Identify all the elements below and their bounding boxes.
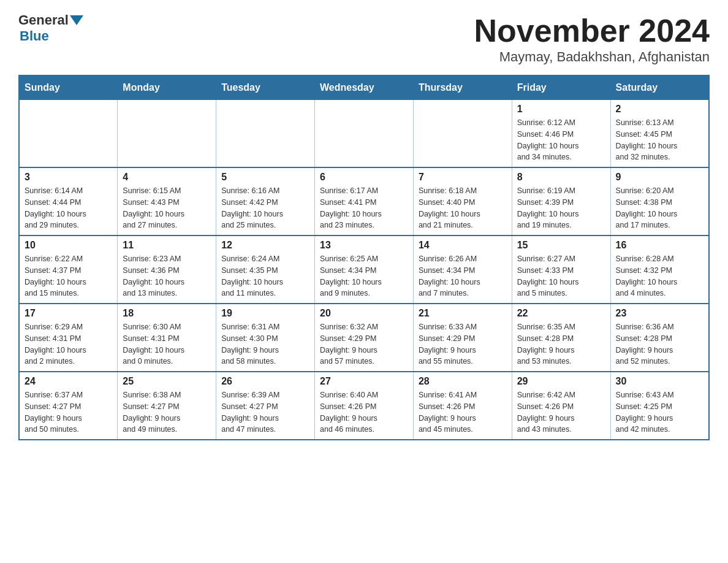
calendar-cell: 26Sunrise: 6:39 AM Sunset: 4:27 PM Dayli… [216,372,315,440]
day-info: Sunrise: 6:36 AM Sunset: 4:28 PM Dayligh… [616,321,703,367]
calendar-cell: 5Sunrise: 6:16 AM Sunset: 4:42 PM Daylig… [216,167,315,236]
calendar-week-3: 10Sunrise: 6:22 AM Sunset: 4:37 PM Dayli… [19,236,709,304]
logo-arrow-icon [70,15,83,25]
col-sunday: Sunday [19,75,118,100]
calendar-cell: 11Sunrise: 6:23 AM Sunset: 4:36 PM Dayli… [118,236,216,304]
day-info: Sunrise: 6:28 AM Sunset: 4:32 PM Dayligh… [616,253,703,299]
calendar-cell: 18Sunrise: 6:30 AM Sunset: 4:31 PM Dayli… [118,304,216,372]
day-info: Sunrise: 6:32 AM Sunset: 4:29 PM Dayligh… [320,321,408,367]
day-number: 6 [320,172,408,183]
day-info: Sunrise: 6:12 AM Sunset: 4:46 PM Dayligh… [517,117,605,163]
calendar-cell: 12Sunrise: 6:24 AM Sunset: 4:35 PM Dayli… [216,236,315,304]
day-number: 10 [25,240,112,251]
calendar-cell: 13Sunrise: 6:25 AM Sunset: 4:34 PM Dayli… [315,236,414,304]
day-number: 7 [419,172,507,183]
calendar-header-row: Sunday Monday Tuesday Wednesday Thursday… [19,75,709,100]
calendar-cell: 10Sunrise: 6:22 AM Sunset: 4:37 PM Dayli… [19,236,118,304]
day-number: 19 [221,308,309,319]
page-header: General Blue November 2024 Maymay, Badak… [18,12,710,65]
title-block: November 2024 Maymay, Badakhshan, Afghan… [474,12,710,65]
day-number: 23 [616,308,703,319]
col-tuesday: Tuesday [216,75,315,100]
day-number: 26 [221,376,309,387]
calendar-cell: 20Sunrise: 6:32 AM Sunset: 4:29 PM Dayli… [315,304,414,372]
day-number: 17 [25,308,112,319]
day-info: Sunrise: 6:35 AM Sunset: 4:28 PM Dayligh… [517,321,605,367]
calendar-cell [216,100,315,168]
day-number: 13 [320,240,408,251]
calendar-cell: 24Sunrise: 6:37 AM Sunset: 4:27 PM Dayli… [19,372,118,440]
calendar-cell: 17Sunrise: 6:29 AM Sunset: 4:31 PM Dayli… [19,304,118,372]
calendar-cell: 19Sunrise: 6:31 AM Sunset: 4:30 PM Dayli… [216,304,315,372]
calendar-cell: 9Sunrise: 6:20 AM Sunset: 4:38 PM Daylig… [610,167,709,236]
day-info: Sunrise: 6:27 AM Sunset: 4:33 PM Dayligh… [517,253,605,299]
svg-marker-0 [70,15,83,25]
calendar-cell: 8Sunrise: 6:19 AM Sunset: 4:39 PM Daylig… [512,167,610,236]
calendar-week-4: 17Sunrise: 6:29 AM Sunset: 4:31 PM Dayli… [19,304,709,372]
day-info: Sunrise: 6:30 AM Sunset: 4:31 PM Dayligh… [123,321,211,367]
calendar-week-2: 3Sunrise: 6:14 AM Sunset: 4:44 PM Daylig… [19,167,709,236]
col-monday: Monday [118,75,216,100]
day-number: 20 [320,308,408,319]
day-info: Sunrise: 6:41 AM Sunset: 4:26 PM Dayligh… [419,389,507,435]
day-info: Sunrise: 6:24 AM Sunset: 4:35 PM Dayligh… [221,253,309,299]
calendar-cell: 2Sunrise: 6:13 AM Sunset: 4:45 PM Daylig… [610,100,709,168]
calendar-cell: 25Sunrise: 6:38 AM Sunset: 4:27 PM Dayli… [118,372,216,440]
calendar-cell: 4Sunrise: 6:15 AM Sunset: 4:43 PM Daylig… [118,167,216,236]
calendar-cell: 21Sunrise: 6:33 AM Sunset: 4:29 PM Dayli… [413,304,512,372]
day-number: 14 [419,240,507,251]
calendar-cell: 30Sunrise: 6:43 AM Sunset: 4:25 PM Dayli… [610,372,709,440]
calendar-cell [413,100,512,168]
day-info: Sunrise: 6:39 AM Sunset: 4:27 PM Dayligh… [221,389,309,435]
day-info: Sunrise: 6:29 AM Sunset: 4:31 PM Dayligh… [25,321,112,367]
day-info: Sunrise: 6:43 AM Sunset: 4:25 PM Dayligh… [616,389,703,435]
day-info: Sunrise: 6:15 AM Sunset: 4:43 PM Dayligh… [123,185,211,231]
day-info: Sunrise: 6:42 AM Sunset: 4:26 PM Dayligh… [517,389,605,435]
day-info: Sunrise: 6:22 AM Sunset: 4:37 PM Dayligh… [25,253,112,299]
day-info: Sunrise: 6:13 AM Sunset: 4:45 PM Dayligh… [616,117,703,163]
calendar-week-5: 24Sunrise: 6:37 AM Sunset: 4:27 PM Dayli… [19,372,709,440]
calendar-cell [118,100,216,168]
day-info: Sunrise: 6:23 AM Sunset: 4:36 PM Dayligh… [123,253,211,299]
day-info: Sunrise: 6:20 AM Sunset: 4:38 PM Dayligh… [616,185,703,231]
calendar-week-1: 1Sunrise: 6:12 AM Sunset: 4:46 PM Daylig… [19,100,709,168]
day-info: Sunrise: 6:19 AM Sunset: 4:39 PM Dayligh… [517,185,605,231]
day-number: 11 [123,240,211,251]
day-number: 15 [517,240,605,251]
day-info: Sunrise: 6:33 AM Sunset: 4:29 PM Dayligh… [419,321,507,367]
day-info: Sunrise: 6:17 AM Sunset: 4:41 PM Dayligh… [320,185,408,231]
calendar-cell: 27Sunrise: 6:40 AM Sunset: 4:26 PM Dayli… [315,372,414,440]
calendar-cell: 15Sunrise: 6:27 AM Sunset: 4:33 PM Dayli… [512,236,610,304]
day-info: Sunrise: 6:16 AM Sunset: 4:42 PM Dayligh… [221,185,309,231]
day-info: Sunrise: 6:18 AM Sunset: 4:40 PM Dayligh… [419,185,507,231]
calendar-cell [19,100,118,168]
calendar-cell: 14Sunrise: 6:26 AM Sunset: 4:34 PM Dayli… [413,236,512,304]
day-number: 29 [517,376,605,387]
calendar-cell: 28Sunrise: 6:41 AM Sunset: 4:26 PM Dayli… [413,372,512,440]
day-number: 2 [616,104,703,115]
page-title: November 2024 [474,12,710,49]
day-number: 25 [123,376,211,387]
logo: General Blue [18,12,83,44]
col-wednesday: Wednesday [315,75,414,100]
calendar-cell: 16Sunrise: 6:28 AM Sunset: 4:32 PM Dayli… [610,236,709,304]
day-number: 22 [517,308,605,319]
day-info: Sunrise: 6:40 AM Sunset: 4:26 PM Dayligh… [320,389,408,435]
day-info: Sunrise: 6:14 AM Sunset: 4:44 PM Dayligh… [25,185,112,231]
calendar-cell: 6Sunrise: 6:17 AM Sunset: 4:41 PM Daylig… [315,167,414,236]
day-number: 12 [221,240,309,251]
day-number: 16 [616,240,703,251]
day-number: 4 [123,172,211,183]
day-info: Sunrise: 6:31 AM Sunset: 4:30 PM Dayligh… [221,321,309,367]
calendar-cell: 3Sunrise: 6:14 AM Sunset: 4:44 PM Daylig… [19,167,118,236]
calendar-cell: 1Sunrise: 6:12 AM Sunset: 4:46 PM Daylig… [512,100,610,168]
col-friday: Friday [512,75,610,100]
day-info: Sunrise: 6:26 AM Sunset: 4:34 PM Dayligh… [419,253,507,299]
day-info: Sunrise: 6:38 AM Sunset: 4:27 PM Dayligh… [123,389,211,435]
col-saturday: Saturday [610,75,709,100]
day-number: 8 [517,172,605,183]
day-number: 30 [616,376,703,387]
day-number: 27 [320,376,408,387]
day-number: 28 [419,376,507,387]
calendar-cell: 22Sunrise: 6:35 AM Sunset: 4:28 PM Dayli… [512,304,610,372]
